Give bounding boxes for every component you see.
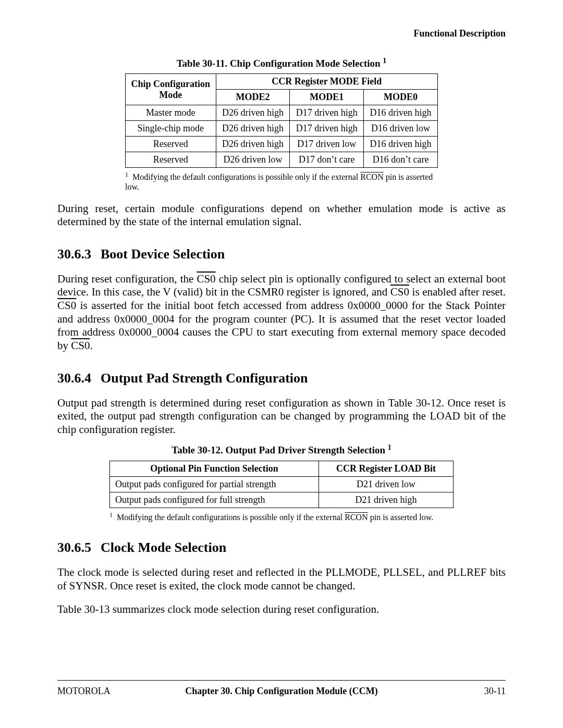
- table-row: Single-chip mode D26 driven high D17 dri…: [126, 121, 438, 137]
- footnote-signal: RCON: [345, 513, 368, 522]
- table1-cell: D17 don’t care: [290, 152, 364, 168]
- table2-cell: Output pads configured for partial stren…: [110, 476, 319, 492]
- table-row: Chip Configuration Mode CCR Register MOD…: [126, 74, 438, 90]
- table1: Chip Configuration Mode CCR Register MOD…: [125, 73, 438, 168]
- paragraph: During reset, certain module configurati…: [57, 202, 506, 229]
- footer-center: Chapter 30. Chip Configuration Module (C…: [130, 686, 433, 697]
- signal-cs0: CS0: [57, 299, 76, 312]
- signal-cs0: CS0: [390, 286, 409, 298]
- table1-cell: D16 driven low: [364, 121, 438, 137]
- table1-h-ccr: CCR Register MODE Field: [216, 74, 437, 90]
- table1-cell: Reserved: [126, 137, 216, 152]
- table1-caption: Table 30-11. Chip Configuration Mode Sel…: [57, 57, 506, 69]
- table1-cell: D26 driven high: [216, 121, 290, 137]
- page-footer: MOTOROLA Chapter 30. Chip Configuration …: [57, 680, 506, 697]
- table2-h1: Optional Pin Function Selection: [110, 461, 319, 476]
- section-title: Boot Device Selection: [101, 246, 225, 262]
- table1-h-sub0: MODE2: [216, 90, 290, 105]
- footer-left: MOTOROLA: [57, 686, 130, 697]
- table1-cell: D16 driven high: [364, 105, 438, 121]
- table1-cell: D26 driven high: [216, 105, 290, 121]
- table2-caption-sup: 1: [388, 443, 391, 451]
- signal-cs0: CS0: [197, 273, 215, 285]
- section-heading: 30.6.4Output Pad Strength Configuration: [57, 371, 506, 386]
- page: Functional Description Table 30-11. Chip…: [0, 0, 563, 728]
- table2-h2: CCR Register LOAD Bit: [319, 461, 454, 476]
- table2-cell: D21 driven low: [319, 476, 454, 492]
- signal-cs0: CS0: [71, 339, 90, 352]
- table1-cell: D26 driven low: [216, 152, 290, 168]
- table1-footnote: 1 Modifying the default configurations i…: [125, 171, 438, 191]
- section-title: Output Pad Strength Configuration: [101, 371, 308, 386]
- footnote-text: Modifying the default configurations is …: [117, 513, 345, 522]
- table-row: Output pads configured for full strength…: [110, 492, 454, 508]
- para-text: is enabled after reset.: [409, 286, 506, 298]
- section-number: 30.6.5: [57, 540, 91, 556]
- table1-caption-text: Table 30-11. Chip Configuration Mode Sel…: [177, 58, 383, 69]
- para-text: is asserted for the initial boot fetch a…: [57, 299, 506, 352]
- table-row: Reserved D26 driven low D17 don’t care D…: [126, 152, 438, 168]
- para-text: .: [90, 339, 92, 352]
- section-heading: 30.6.3Boot Device Selection: [57, 246, 506, 262]
- table1-cell: D17 driven high: [290, 105, 364, 121]
- table2-cell: D21 driven high: [319, 492, 454, 508]
- table1-h-sub1: MODE1: [290, 90, 364, 105]
- section-number: 30.6.3: [57, 246, 91, 262]
- table1-cell: D17 driven low: [290, 137, 364, 152]
- table2-caption: Table 30-12. Output Pad Driver Strength …: [57, 443, 506, 456]
- table1-cell: D16 driven high: [364, 137, 438, 152]
- footer-right: 30-11: [433, 686, 506, 697]
- table2: Optional Pin Function Selection CCR Regi…: [109, 461, 454, 508]
- table1-h-mode: Chip Configuration Mode: [126, 74, 216, 105]
- paragraph: During reset configuration, the CS0 chip…: [57, 273, 506, 353]
- table2-caption-text: Table 30-12. Output Pad Driver Strength …: [172, 445, 388, 456]
- paragraph: Table 30-13 summarizes clock mode select…: [57, 603, 506, 616]
- table-row: Reserved D26 driven high D17 driven low …: [126, 137, 438, 152]
- paragraph: Output pad strength is determined during…: [57, 397, 506, 437]
- table1-cell: Reserved: [126, 152, 216, 168]
- table-row: Output pads configured for partial stren…: [110, 476, 454, 492]
- table-row: Master mode D26 driven high D17 driven h…: [126, 105, 438, 121]
- running-header: Functional Description: [57, 28, 506, 39]
- table1-cell: D16 don’t care: [364, 152, 438, 168]
- section-heading: 30.6.5Clock Mode Selection: [57, 540, 506, 556]
- table1-h-sub2: MODE0: [364, 90, 438, 105]
- table-row: Optional Pin Function Selection CCR Regi…: [110, 461, 454, 476]
- table1-cell: D17 driven high: [290, 121, 364, 137]
- table1-cell: D26 driven high: [216, 137, 290, 152]
- paragraph: The clock mode is selected during reset …: [57, 566, 506, 593]
- footnote-text: pin is asserted low.: [368, 513, 434, 522]
- table2-cell: Output pads configured for full strength: [110, 492, 319, 508]
- footnote-text: Modifying the default configurations is …: [132, 173, 360, 182]
- table1-caption-sup: 1: [383, 57, 386, 65]
- section-number: 30.6.4: [57, 371, 91, 386]
- section-title: Clock Mode Selection: [101, 540, 226, 555]
- table2-footnote: 1 Modifying the default configurations i…: [109, 511, 454, 522]
- table1-cell: Single-chip mode: [126, 121, 216, 137]
- para-text: During reset configuration, the: [57, 273, 197, 285]
- footnote-signal: RCON: [360, 173, 383, 182]
- table1-cell: Master mode: [126, 105, 216, 121]
